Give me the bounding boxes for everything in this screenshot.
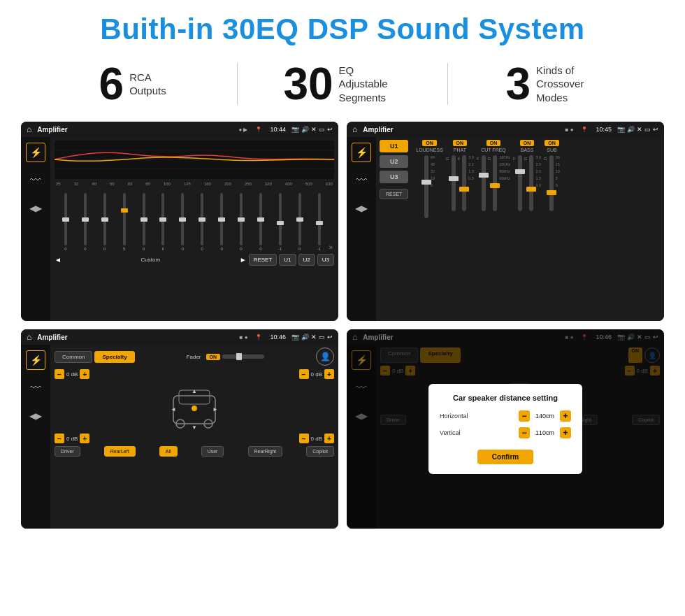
home-icon-eq[interactable]: ⌂: [27, 124, 31, 134]
speaker-bottom-btns: Driver RearLeft All User RearRight Copil…: [55, 446, 334, 457]
profile-icon[interactable]: 👤: [316, 348, 334, 366]
fader-sidebar-icon-2[interactable]: 〰: [26, 378, 45, 398]
eq-slider-3[interactable]: 0: [95, 193, 115, 251]
specialty-btn[interactable]: Specialty: [94, 351, 134, 363]
phat-on[interactable]: ON: [453, 140, 468, 146]
back-icon-xover[interactable]: ↩: [653, 126, 658, 133]
eq-slider-12[interactable]: -1: [271, 193, 290, 251]
eq-slider-4[interactable]: 5: [115, 193, 134, 251]
eq-slider-2[interactable]: 0: [75, 193, 95, 251]
eq-slider-1[interactable]: 0: [56, 193, 75, 251]
fader-preset-btns: Common Specialty: [55, 351, 135, 363]
common-btn[interactable]: Common: [55, 351, 92, 363]
fader-screen: ⌂ Amplifier ■ ● 📍 10:46 📷 🔊 ✕ ▭ ↩ ⚡ 〰 ◀▶: [21, 329, 338, 529]
back-icon-fader[interactable]: ↩: [327, 334, 333, 341]
eq-sidebar-icon-2[interactable]: 〰: [26, 171, 45, 190]
eq-slider-9[interactable]: 0: [212, 193, 231, 251]
copilot-btn[interactable]: Copilot: [306, 446, 334, 457]
eq-u1-btn[interactable]: U1: [279, 254, 296, 266]
fader-app-name: Amplifier: [37, 334, 236, 341]
loudness-on[interactable]: ON: [422, 140, 437, 146]
db-value-fr: 0 dB: [311, 371, 322, 378]
rearleft-btn[interactable]: RearLeft: [104, 446, 136, 457]
user-btn[interactable]: User: [201, 446, 224, 457]
xover-sidebar-icon-3[interactable]: ◀▶: [352, 199, 371, 218]
db-plus-fr[interactable]: +: [324, 369, 334, 379]
dialog-overlay: Car speaker distance setting Horizontal …: [347, 329, 664, 529]
cutfreq-slider-2[interactable]: [493, 155, 497, 211]
eq-reset-btn[interactable]: RESET: [249, 254, 277, 266]
cutfreq-on[interactable]: ON: [486, 140, 501, 146]
eq-content: ⚡ 〰 ◀▶: [21, 137, 338, 321]
fader-sidebar-icon-1[interactable]: ⚡: [26, 350, 45, 370]
fader-main-area: Common Specialty Fader ON 👤: [50, 345, 338, 529]
eq-slider-8[interactable]: 0: [192, 193, 212, 251]
eq-u2-btn[interactable]: U2: [298, 254, 315, 266]
fader-sidebar-icon-3[interactable]: ◀▶: [26, 406, 45, 426]
camera-icon-eq: 📷: [291, 126, 299, 133]
fader-preset-row: Common Specialty Fader ON 👤: [55, 348, 334, 366]
eq-slider-5[interactable]: 0: [134, 193, 154, 251]
car-diagram-row: ▲ ▼ ◄ ►: [55, 382, 334, 431]
svg-text:▲: ▲: [192, 388, 197, 394]
fader-on-toggle[interactable]: ON: [206, 354, 221, 360]
db-plus-fl[interactable]: +: [80, 369, 89, 379]
db-minus-fr[interactable]: −: [299, 369, 309, 379]
db-minus-rl[interactable]: −: [55, 434, 64, 443]
db-minus-rr[interactable]: −: [299, 434, 309, 443]
sub-slider[interactable]: [549, 155, 554, 211]
eq-slider-14[interactable]: -1: [310, 193, 329, 251]
db-plus-rr[interactable]: +: [324, 434, 334, 443]
loudness-slider[interactable]: [424, 155, 428, 218]
u1-btn[interactable]: U1: [380, 140, 408, 152]
vertical-plus-btn[interactable]: +: [560, 427, 571, 438]
bass-slider-1[interactable]: [518, 155, 522, 211]
all-btn[interactable]: All: [159, 446, 178, 457]
db-minus-fl[interactable]: −: [55, 369, 64, 379]
vertical-minus-btn[interactable]: −: [519, 427, 530, 438]
xover-reset-btn[interactable]: RESET: [380, 189, 408, 199]
horizontal-value: 140cm: [533, 413, 557, 420]
speaker-bottom-row: − 0 dB + − 0 dB +: [55, 434, 334, 443]
confirm-button[interactable]: Confirm: [477, 450, 533, 464]
home-icon-fader[interactable]: ⌂: [27, 332, 31, 342]
u2-btn[interactable]: U2: [380, 155, 408, 168]
dialog-title: Car speaker distance setting: [440, 394, 571, 402]
u3-btn[interactable]: U3: [380, 171, 408, 183]
eq-prev-btn[interactable]: ◄: [55, 256, 62, 264]
db-value-rr: 0 dB: [311, 436, 322, 442]
eq-slider-7[interactable]: 0: [173, 193, 192, 251]
eq-slider-6[interactable]: 0: [153, 193, 173, 251]
phat-slider-1[interactable]: [452, 155, 456, 211]
eq-sidebar-icon-1[interactable]: ⚡: [26, 143, 45, 162]
driver-btn[interactable]: Driver: [55, 446, 80, 457]
eq-play-btn[interactable]: ►: [240, 256, 247, 264]
eq-slider-11[interactable]: 0: [251, 193, 271, 251]
eq-slider-10[interactable]: 0: [231, 193, 251, 251]
camera-icon-xover: 📷: [617, 126, 625, 133]
db-plus-rl[interactable]: +: [80, 434, 89, 443]
vertical-value: 110cm: [533, 429, 557, 436]
bass-slider-2[interactable]: [529, 155, 533, 211]
rearright-btn[interactable]: RearRight: [248, 446, 283, 457]
fader-content: ⚡ 〰 ◀▶ Common Specialty Fader ON: [21, 345, 338, 529]
bass-on[interactable]: ON: [520, 140, 535, 146]
stat-number-rca: 6: [99, 62, 124, 106]
horizontal-plus-btn[interactable]: +: [560, 410, 571, 422]
sub-on[interactable]: ON: [545, 140, 559, 146]
phat-slider-2[interactable]: [462, 155, 466, 211]
eq-sidebar-icon-3[interactable]: ◀▶: [26, 199, 45, 218]
home-icon-xover[interactable]: ⌂: [352, 124, 357, 134]
horizontal-minus-btn[interactable]: −: [519, 410, 530, 422]
xover-sidebar-icon-2[interactable]: 〰: [352, 171, 371, 190]
window-icon-xover: ▭: [644, 126, 651, 133]
back-icon-eq[interactable]: ↩: [327, 126, 333, 133]
xover-sidebar: ⚡ 〰 ◀▶: [347, 137, 376, 321]
eq-u3-btn[interactable]: U3: [317, 254, 334, 266]
cutfreq-label: CUT FREQ: [481, 148, 506, 152]
eq-screen: ⌂ Amplifier ● ▶ 📍 10:44 📷 🔊 ✕ ▭ ↩ ⚡ 〰 ◀▶: [21, 122, 338, 321]
fader-track-1[interactable]: [222, 354, 264, 359]
eq-slider-13[interactable]: 0: [290, 193, 310, 251]
xover-sidebar-icon-1[interactable]: ⚡: [352, 143, 371, 162]
cutfreq-slider-1[interactable]: [482, 155, 486, 211]
